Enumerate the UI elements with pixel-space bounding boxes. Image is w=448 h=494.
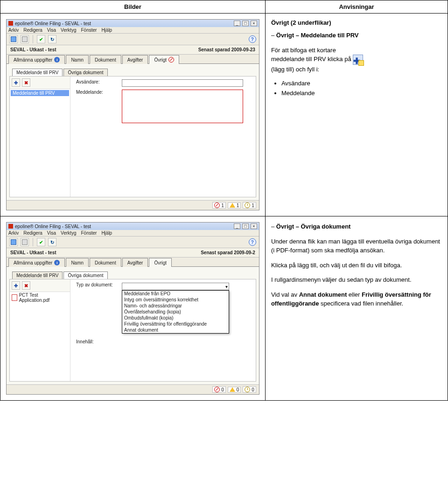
dropdown-option[interactable]: Meddelande från EPO (122, 291, 229, 297)
tab-ovrigt[interactable]: Övrigt (149, 55, 179, 64)
app-title: epoline® Online Filing - SEVAL - test (15, 21, 91, 26)
status-warn-count[interactable]: 1 (228, 202, 241, 209)
status-error-count[interactable]: 1 (212, 202, 226, 209)
tab-namn[interactable]: Namn (66, 55, 89, 64)
dropdown-option[interactable]: Intyg om översättningens korrekthet (122, 297, 229, 303)
document-header: SEVAL - Utkast - test Senast sparad 2009… (7, 45, 259, 55)
menu-verktyg[interactable]: Verktyg (61, 230, 76, 236)
refresh-button[interactable]: ↻ (48, 238, 56, 246)
tab-label: Övrigt (154, 57, 167, 63)
tab-namn[interactable]: Namn (66, 258, 89, 267)
dropdown-option[interactable]: Frivillig översättning för offentliggöra… (122, 321, 229, 327)
menu-redigera[interactable]: Redigera (23, 28, 42, 33)
menu-hjalp[interactable]: Hjälp (101, 28, 112, 33)
help-button[interactable]: ? (249, 238, 256, 246)
list-item-selected[interactable]: Meddelande till PRV (11, 90, 69, 96)
print-button[interactable] (21, 35, 29, 43)
dropdown-option[interactable]: Överlåtelsehandling (kopia) (122, 309, 229, 315)
print-icon (22, 36, 28, 42)
tab-allmanna[interactable]: Allmänna uppgifter i (8, 55, 65, 64)
info-icon: i (54, 260, 60, 265)
app-logo-icon (8, 21, 13, 26)
maximize-button[interactable]: □ (242, 21, 249, 26)
saved-timestamp: Senast sparad 2009-09-2 (201, 250, 255, 255)
status-info-count[interactable]: 1 (243, 202, 256, 209)
check-icon: ✔ (39, 37, 43, 42)
avsandare-input[interactable] (122, 79, 243, 87)
add-item-button[interactable]: ✚ (12, 78, 20, 87)
tab-dokument[interactable]: Dokument (90, 258, 121, 267)
maximize-button[interactable]: □ (242, 223, 249, 229)
info-icon: i (54, 57, 60, 63)
minimize-button[interactable]: _ (234, 21, 240, 26)
add-icon: ✚ (353, 55, 363, 65)
instr-paragraph: Klicka på lägg till, och välj ut den fil… (271, 261, 442, 270)
menu-visa[interactable]: Visa (47, 230, 56, 236)
pdf-icon (12, 294, 17, 301)
tab-avgifter[interactable]: Avgifter (122, 258, 148, 267)
instructions-bottom: Övrigt – Övriga dokument Under denna fli… (271, 222, 442, 308)
instr-subtitle: Övrigt – Meddelande till PRV (271, 32, 359, 39)
validate-button[interactable]: ✔ (37, 238, 45, 246)
document-header: SEVAL - Utkast - test Senast sparad 2009… (7, 248, 259, 257)
print-icon (22, 239, 28, 245)
subtabs: Meddelande till PRV Övriga dokument (9, 67, 256, 76)
warn-icon (230, 203, 235, 208)
file-list-item[interactable]: PCT Test Application.pdf (10, 292, 70, 303)
status-warn-count[interactable]: 0 (228, 387, 241, 393)
stop-icon (214, 387, 220, 392)
subtab-meddelande[interactable]: Meddelande till PRV (12, 271, 63, 279)
status-error-count[interactable]: 0 (212, 386, 226, 393)
subtab-ovriga-dokument[interactable]: Övriga dokument (63, 271, 107, 279)
subtab-content: ✚ ✖ Meddelande till PRV Avsändare: (9, 76, 256, 197)
main-tabs: Allmänna uppgifter i Namn Dokument Avgif… (7, 55, 259, 64)
menu-fonster[interactable]: Fönster (81, 230, 97, 236)
menu-visa[interactable]: Visa (47, 28, 56, 33)
subtab-ovriga-dokument[interactable]: Övriga dokument (63, 69, 107, 76)
clock-icon (245, 387, 250, 392)
dropdown-option[interactable]: Ombudsfullmakt (kopia) (122, 315, 229, 321)
subtab-meddelande[interactable]: Meddelande till PRV (12, 69, 63, 76)
tab-ovrigt[interactable]: Övrigt (149, 258, 172, 267)
menu-verktyg[interactable]: Verktyg (61, 28, 76, 33)
menu-hjalp[interactable]: Hjälp (101, 230, 112, 236)
close-button[interactable]: × (251, 223, 257, 229)
remove-item-button[interactable]: ✖ (22, 78, 30, 87)
remove-item-button[interactable]: ✖ (22, 281, 30, 290)
meddelande-textarea[interactable] (122, 90, 243, 123)
menu-fonster[interactable]: Fönster (81, 28, 97, 33)
save-button[interactable] (9, 238, 18, 246)
add-item-button[interactable]: ✚ (12, 281, 20, 290)
print-button[interactable] (21, 238, 29, 246)
tab-label: Övrigt (154, 260, 167, 265)
tab-panel-ovrigt: Meddelande till PRV Övriga dokument ✚ ✖ … (7, 64, 259, 200)
menu-arkiv[interactable]: Arkiv (8, 230, 19, 236)
instr-bullet-list: Avsändare Meddelande (271, 80, 442, 97)
menu-arkiv[interactable]: Arkiv (8, 28, 19, 33)
tab-avgifter[interactable]: Avgifter (122, 55, 148, 64)
menu-redigera[interactable]: Redigera (23, 230, 42, 236)
chevron-down-icon: ▾ (225, 284, 228, 289)
tab-allmanna[interactable]: Allmänna uppgifter i (8, 258, 65, 267)
meddelande-label: Meddelande: (76, 90, 119, 95)
attachment-list-panel: ✚ ✖ Meddelande till PRV (10, 77, 70, 197)
subtab-content: ✚ ✖ PCT Test Application.pdf Typ av doku… (9, 279, 256, 382)
minimize-button[interactable]: _ (234, 223, 240, 229)
window-titlebar: epoline® Online Filing - SEVAL - test _ … (7, 20, 259, 27)
message-form: Avsändare: Meddelande: (73, 77, 256, 197)
help-button[interactable]: ? (249, 35, 256, 43)
close-button[interactable]: × (251, 21, 257, 26)
validate-button[interactable]: ✔ (37, 35, 45, 43)
clock-icon (245, 202, 250, 208)
refresh-button[interactable]: ↻ (48, 35, 56, 43)
dropdown-option[interactable]: Annat dokument (122, 327, 229, 333)
instr-paragraph: Vid val av Annat dokument eller Frivilli… (271, 290, 442, 308)
instr-paragraph: Under denna flik kan man lägga till even… (271, 237, 442, 255)
tab-dokument[interactable]: Dokument (90, 55, 121, 64)
save-button[interactable] (9, 35, 18, 43)
doc-type-dropdown[interactable]: ▾ (122, 283, 229, 290)
dropdown-option[interactable]: Namn- och adressändringar (122, 303, 229, 309)
status-info-count[interactable]: 0 (243, 386, 256, 393)
app-logo-icon (8, 224, 13, 229)
page-layout: Bilder Anvisningar epoline® Online Filin… (0, 0, 448, 401)
